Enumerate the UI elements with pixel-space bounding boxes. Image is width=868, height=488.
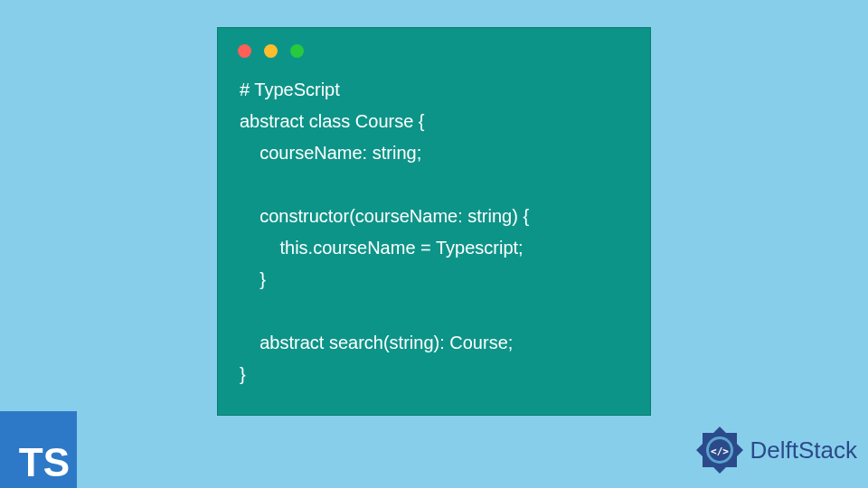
code-window: # TypeScript abstract class Course { cou… [217, 27, 651, 416]
delftstack-logo: </> DelftStack [693, 423, 858, 477]
traffic-lights [218, 28, 650, 65]
typescript-badge: TS [0, 411, 77, 488]
typescript-badge-text: TS [19, 443, 70, 483]
svg-text:</>: </> [711, 446, 729, 457]
minimize-icon [264, 44, 278, 58]
maximize-icon [290, 44, 304, 58]
code-content: # TypeScript abstract class Course { cou… [218, 65, 650, 399]
close-icon [238, 44, 251, 58]
delftstack-icon: </> [693, 423, 747, 477]
delftstack-text: DelftStack [750, 436, 858, 465]
